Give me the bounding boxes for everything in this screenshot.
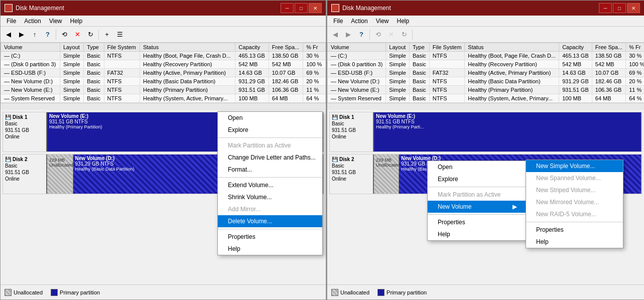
up-button[interactable]: ↑ bbox=[29, 29, 41, 41]
right-disk1-partition-e[interactable]: New Volume (E:) 931.51 GB NTFS Healthy (… bbox=[374, 112, 641, 152]
left-disk2-unallocated[interactable]: 229 MB Unallocated bbox=[47, 155, 73, 194]
minimize-button[interactable]: ─ bbox=[281, 3, 294, 13]
disk-icon: 💾 bbox=[5, 157, 11, 162]
right-disk2-type: Basic bbox=[332, 163, 371, 169]
table-row[interactable]: — System ReservedSimpleBasicNTFSHealthy … bbox=[1, 94, 326, 103]
forward-button[interactable]: ▶ bbox=[16, 29, 28, 41]
ctx-format[interactable]: Format... bbox=[218, 164, 322, 176]
rcol-free[interactable]: Free Spa... bbox=[592, 43, 625, 52]
window-controls: ─ □ ✕ bbox=[281, 3, 322, 13]
disk1-size: 931.51 GB bbox=[5, 127, 44, 133]
ctx-sep3 bbox=[218, 229, 322, 229]
rctx-new-volume[interactable]: New Volume ▶ bbox=[428, 201, 527, 213]
sub-help[interactable]: Help bbox=[526, 236, 623, 248]
sub-properties[interactable]: Properties bbox=[526, 224, 623, 236]
left-title-bar: Disk Management ─ □ ✕ bbox=[1, 1, 326, 16]
close-button[interactable]: ✕ bbox=[309, 3, 322, 13]
rctx-open[interactable]: Open bbox=[428, 161, 527, 173]
left-window-title: Disk Management bbox=[16, 5, 278, 12]
right-h-scrollbar[interactable] bbox=[327, 103, 644, 110]
ctx-delete-volume[interactable]: Delete Volume... bbox=[218, 215, 322, 227]
table-row[interactable]: — (Disk 0 partition 3)SimpleBasicHealthy… bbox=[328, 60, 645, 69]
col-pct[interactable]: % Fr bbox=[303, 43, 326, 52]
right-help-btn[interactable]: ? bbox=[355, 29, 367, 41]
sub-new-striped-volume: New Striped Volume... bbox=[526, 184, 623, 196]
rctx-mark-active: Mark Partition as Active bbox=[428, 189, 527, 201]
right-window-controls: ─ □ ✕ bbox=[599, 3, 640, 13]
ctx-change-drive-letter[interactable]: Change Drive Letter and Paths... bbox=[218, 152, 322, 164]
ctx-explore[interactable]: Explore bbox=[218, 124, 322, 136]
ctx-extend[interactable]: Extend Volume... bbox=[218, 179, 322, 191]
right-unallocated-size: 229 MB bbox=[376, 156, 397, 163]
rcol-type[interactable]: Type bbox=[409, 43, 429, 52]
table-row[interactable]: — (C:)SimpleBasicNTFSHealthy (Boot, Page… bbox=[1, 52, 326, 60]
right-delete-button: ✕ bbox=[385, 29, 397, 41]
back2-button[interactable]: ⟲ bbox=[58, 29, 70, 41]
right-disk1-name: Disk 1 bbox=[339, 114, 354, 120]
create-button[interactable]: + bbox=[101, 29, 113, 41]
rcol-status[interactable]: Status bbox=[465, 43, 559, 52]
rcol-layout[interactable]: Layout bbox=[386, 43, 410, 52]
help-toolbar-btn[interactable]: ? bbox=[42, 29, 54, 41]
col-filesystem[interactable]: File System bbox=[104, 43, 140, 52]
delete-button[interactable]: ✕ bbox=[71, 29, 83, 41]
right-disk2-unallocated[interactable]: 229 MB Unallocated bbox=[374, 155, 399, 194]
right-title-bar: Disk Management ─ □ ✕ bbox=[327, 1, 644, 16]
ctx-help[interactable]: Help bbox=[218, 243, 322, 255]
table-row[interactable]: — (C:)SimpleBasicNTFSHealthy (Boot, Page… bbox=[328, 52, 645, 60]
right-maximize-button[interactable]: □ bbox=[613, 3, 626, 13]
right-legend-unallocated-label: Unallocated bbox=[340, 289, 369, 295]
table-row[interactable]: — System ReservedSimpleBasicNTFSHealthy … bbox=[328, 94, 645, 103]
maximize-button[interactable]: □ bbox=[295, 3, 308, 13]
right-menu-action[interactable]: Action bbox=[347, 17, 371, 26]
table-row[interactable]: — New Volume (D:)SimpleBasicNTFSHealthy … bbox=[1, 77, 326, 86]
rcol-filesystem[interactable]: File System bbox=[429, 43, 464, 52]
ctx-shrink[interactable]: Shrink Volume... bbox=[218, 191, 322, 203]
rcol-pct[interactable]: % Fr bbox=[626, 43, 644, 52]
right-legend: Unallocated Primary partition bbox=[327, 284, 644, 299]
rcol-capacity[interactable]: Capacity bbox=[559, 43, 592, 52]
right-volume-table: Volume Layout Type File System Status Ca… bbox=[327, 43, 644, 103]
table-row[interactable]: — ESD-USB (F:)SimpleBasicFAT32Healthy (A… bbox=[328, 69, 645, 77]
back-button[interactable]: ◀ bbox=[3, 29, 15, 41]
rctx-properties[interactable]: Properties bbox=[428, 216, 527, 228]
toolbar-sep1 bbox=[56, 30, 56, 40]
col-capacity[interactable]: Capacity bbox=[235, 43, 269, 52]
menu-view[interactable]: View bbox=[45, 17, 66, 26]
col-volume[interactable]: Volume bbox=[1, 43, 60, 52]
rctx-explore[interactable]: Explore bbox=[428, 173, 527, 185]
table-row[interactable]: — New Volume (D:)SimpleBasicNTFSHealthy … bbox=[328, 77, 645, 86]
right-volume-table-container[interactable]: Volume Layout Type File System Status Ca… bbox=[327, 43, 644, 103]
left-h-scrollbar[interactable] bbox=[1, 103, 326, 110]
right-minimize-button[interactable]: ─ bbox=[599, 3, 612, 13]
ctx-open[interactable]: Open bbox=[218, 112, 322, 124]
disk-icon-r1: 💾 bbox=[332, 114, 338, 120]
col-type[interactable]: Type bbox=[84, 43, 104, 52]
right-menu-file[interactable]: File bbox=[329, 17, 347, 26]
rcol-volume[interactable]: Volume bbox=[328, 43, 386, 52]
col-status[interactable]: Status bbox=[140, 43, 235, 52]
right-menu-view[interactable]: View bbox=[372, 17, 393, 26]
properties-button[interactable]: ☰ bbox=[114, 29, 126, 41]
menu-file[interactable]: File bbox=[3, 17, 20, 26]
sub-new-simple-volume[interactable]: New Simple Volume... bbox=[526, 160, 623, 172]
table-row[interactable]: — (Disk 0 partition 3)SimpleBasicHealthy… bbox=[1, 60, 326, 69]
menu-help[interactable]: Help bbox=[66, 17, 87, 26]
left-volume-table: Volume Layout Type File System Status Ca… bbox=[1, 43, 326, 103]
right-menu-help[interactable]: Help bbox=[393, 17, 414, 26]
right-disk1-size: 931.51 GB bbox=[332, 127, 371, 133]
col-layout[interactable]: Layout bbox=[60, 43, 83, 52]
unallocated-label: Unallocated bbox=[49, 163, 71, 168]
refresh-button[interactable]: ↻ bbox=[84, 29, 96, 41]
left-volume-table-container[interactable]: Volume Layout Type File System Status Ca… bbox=[1, 43, 326, 103]
rctx-help[interactable]: Help bbox=[428, 228, 527, 240]
menu-action[interactable]: Action bbox=[20, 17, 45, 26]
table-row[interactable]: — New Volume (E:)SimpleBasicNTFSHealthy … bbox=[328, 86, 645, 94]
col-free[interactable]: Free Spa... bbox=[269, 43, 303, 52]
right-disk2-status: Online bbox=[332, 176, 371, 182]
right-close-button[interactable]: ✕ bbox=[627, 3, 640, 13]
left-legend: Unallocated Primary partition bbox=[1, 284, 326, 299]
table-row[interactable]: — ESD-USB (F:)SimpleBasicFAT32Healthy (A… bbox=[1, 69, 326, 77]
table-row[interactable]: — New Volume (E:)SimpleBasicNTFSHealthy … bbox=[1, 86, 326, 94]
ctx-properties[interactable]: Properties bbox=[218, 231, 322, 243]
